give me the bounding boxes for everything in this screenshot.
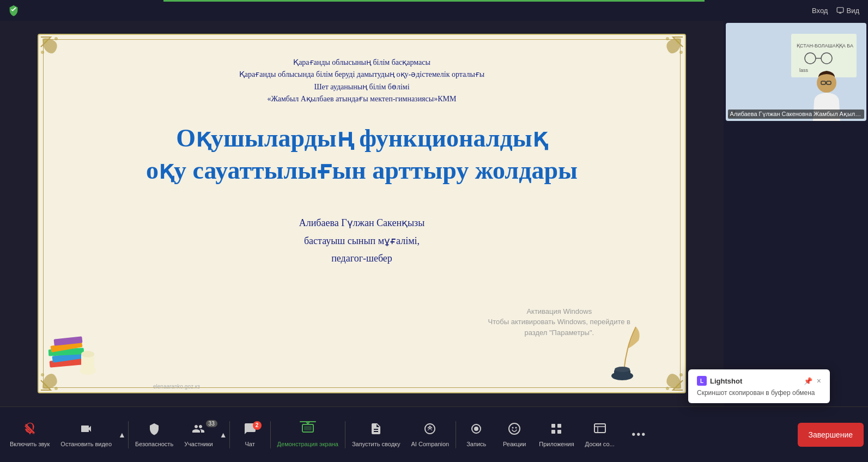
lightshot-popup: L Lightshot 📌 × Скриншот скопирован в бу… [688, 369, 830, 403]
inkwell-decoration [598, 321, 652, 392]
record-label: Запись [466, 441, 486, 447]
presentation-slide: Қарағанды облысының білім басқармасы Қар… [38, 34, 686, 393]
video-button[interactable]: Остановить видео [55, 419, 117, 451]
svg-rect-49 [557, 430, 561, 434]
separator-2 [229, 421, 230, 448]
participants-label: Участники [184, 441, 213, 447]
pin-icon[interactable]: 📌 [804, 377, 812, 385]
popup-body: Скриншот скопирован в буфер обмена [697, 389, 821, 397]
svg-rect-40 [304, 426, 312, 430]
books-decoration [39, 321, 148, 392]
video-participant-name: Алибаева Гүлжан Сакеновна Жамбыл Ақылба.… [728, 110, 864, 119]
chat-button[interactable]: 2 Чат [231, 419, 269, 451]
participants-button[interactable]: 33 Участники [179, 419, 218, 451]
launch-summary-button[interactable]: Запустить сводку [347, 419, 406, 451]
slide-author-name: Алибаева Гүлжан Сакенқызы [299, 214, 425, 232]
watermark-line1: Активация Windows [488, 306, 630, 317]
shield-icon [8, 4, 20, 16]
slide-author-role2: педагог-шебер [299, 250, 425, 267]
share-screen-icon [301, 422, 314, 439]
svg-point-12 [679, 373, 683, 376]
svg-text:ҚСТАН-БОЛАШАҚҚА БА: ҚСТАН-БОЛАШАҚҚА БА [797, 43, 853, 48]
shield-security-icon [148, 422, 161, 439]
slide-title: Оқушылардың функционалдық оқу сауаттылығ… [102, 122, 621, 187]
security-label: Безопасность [135, 441, 173, 447]
svg-point-42 [474, 427, 478, 431]
svg-point-44 [512, 427, 514, 428]
slide-title-line1: Оқушылардың функционалдық [176, 124, 548, 152]
boards-button[interactable]: Доски со... [580, 419, 620, 451]
demo-screen-button[interactable]: Демонстрация экрана [272, 419, 344, 451]
svg-point-6 [679, 51, 683, 54]
summary-icon [369, 422, 383, 439]
video-background: ҚСТАН-БОЛАШАҚҚА БА lass [726, 23, 866, 121]
login-btn[interactable]: Вход [812, 7, 828, 15]
popup-title: L Lightshot [697, 376, 742, 386]
svg-rect-47 [557, 424, 561, 428]
end-call-button[interactable]: Завершение [798, 423, 864, 447]
corner-ornament-tr [651, 36, 684, 69]
slide-container: Қарағанды облысының білім басқармасы Қар… [0, 21, 724, 406]
monitor-icon [836, 7, 844, 14]
svg-point-11 [666, 387, 669, 390]
corner-ornament-br [651, 358, 684, 391]
slide-author-role1: бастауыш сынып мұғалімі, [299, 232, 425, 250]
chat-badge: 2 [253, 421, 262, 430]
svg-point-3 [41, 51, 44, 54]
view-btn[interactable]: Вид [836, 7, 859, 15]
apps-icon [550, 422, 563, 439]
corner-ornament-tl [40, 36, 72, 69]
svg-rect-50 [594, 424, 605, 433]
more-button[interactable]: ••• [620, 425, 658, 444]
slide-author: Алибаева Гүлжан Сакенқызы бастауыш сынып… [299, 214, 425, 267]
video-label: Остановить видео [60, 441, 112, 447]
chevron-up-2-icon: ▲ [220, 430, 227, 439]
close-popup-button[interactable]: × [817, 376, 821, 385]
svg-text:lass: lass [799, 68, 809, 73]
launch-summary-label: Запустить сводку [352, 441, 400, 447]
security-button[interactable]: Безопасность [130, 419, 179, 451]
record-button[interactable]: Запись [457, 419, 495, 451]
slide-org3: Шет ауданының білім бөлімі [239, 81, 485, 93]
slide-title-line2: оқу сауаттылығын арттыру жолдары [146, 156, 578, 184]
slide-header: Қарағанды облысының білім басқармасы Қар… [196, 57, 529, 106]
lightshot-logo: L [697, 376, 707, 386]
video-panel: ҚСТАН-БОЛАШАҚҚА БА lass [724, 21, 868, 406]
ai-companion-button[interactable]: AI Companion [406, 419, 455, 451]
more-dots-icon: ••• [632, 428, 646, 441]
svg-point-43 [509, 423, 520, 434]
svg-point-5 [666, 37, 669, 40]
ai-companion-icon [423, 422, 436, 439]
video-feed: ҚСТАН-БОЛАШАҚҚА БА lass [726, 23, 866, 121]
ai-companion-label: AI Companion [411, 441, 450, 447]
popup-header: L Lightshot 📌 × [697, 376, 821, 386]
toolbar: Включить звук Остановить видео ▲ Безопас… [0, 406, 868, 462]
svg-point-45 [515, 427, 517, 428]
reactions-label: Реакции [503, 441, 526, 447]
participants-caret[interactable]: ▲ [218, 430, 228, 439]
video-caret[interactable]: ▲ [117, 430, 127, 439]
svg-point-20 [81, 351, 94, 357]
demo-screen-label: Демонстрация экрана [277, 441, 338, 447]
emoji-icon [508, 422, 521, 439]
mic-off-icon [23, 422, 37, 439]
chevron-up-icon: ▲ [118, 430, 126, 439]
separator-1 [128, 421, 129, 448]
reactions-button[interactable]: Реакции [495, 419, 533, 451]
participants-icon [192, 422, 205, 439]
slide-org1: Қарағанды облысының білім басқармасы [239, 57, 485, 69]
progress-bar [163, 0, 705, 2]
boards-label: Доски со... [585, 441, 615, 447]
record-icon [470, 422, 483, 439]
svg-rect-48 [551, 430, 555, 434]
separator-5 [456, 421, 456, 448]
mic-button[interactable]: Включить звук [4, 419, 55, 451]
classroom-bg-svg: ҚСТАН-БОЛАШАҚҚА БА lass [726, 23, 866, 121]
chat-label: Чат [245, 441, 254, 447]
svg-rect-46 [551, 424, 555, 428]
separator-3 [270, 421, 271, 448]
apps-button[interactable]: Приложения [533, 419, 579, 451]
slide-credit: elenaaranko.goz.кз [153, 384, 200, 390]
svg-point-23 [615, 367, 630, 372]
main-area: Қарағанды облысының білім басқармасы Қар… [0, 21, 868, 406]
